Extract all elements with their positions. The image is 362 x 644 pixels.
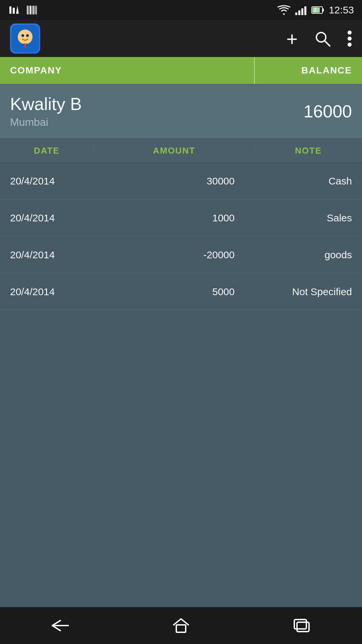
back-button[interactable] <box>44 615 77 636</box>
app-face-svg <box>11 25 39 52</box>
svg-rect-6 <box>33 6 34 14</box>
recents-button[interactable] <box>285 615 318 636</box>
table-row[interactable]: 20/4/2014 -20000 goods <box>0 236 362 273</box>
column-header: COMPANY BALANCE <box>0 57 362 84</box>
app-icon-face <box>11 25 39 52</box>
svg-rect-4 <box>30 6 31 14</box>
wifi-icon <box>277 5 291 15</box>
company-city: Mumbai <box>10 116 82 128</box>
company-info-section[interactable]: Kwality B Mumbai 16000 <box>0 84 362 139</box>
svg-rect-10 <box>298 10 300 15</box>
company-column-header: COMPANY <box>0 57 255 84</box>
barcode-icon <box>26 4 38 16</box>
svg-point-20 <box>26 34 29 37</box>
bottom-nav <box>0 607 362 644</box>
company-details: Kwality B Mumbai <box>10 94 82 128</box>
svg-rect-7 <box>35 6 36 14</box>
table-row[interactable]: 20/4/2014 1000 Sales <box>0 200 362 236</box>
status-time: 12:53 <box>329 4 354 16</box>
transaction-note: Sales <box>255 212 362 224</box>
svg-rect-12 <box>304 6 306 15</box>
svg-rect-1 <box>13 8 15 14</box>
svg-rect-15 <box>312 7 320 13</box>
table-row[interactable]: 20/4/2014 30000 Cash <box>0 163 362 200</box>
recents-icon <box>293 618 310 633</box>
svg-rect-0 <box>9 6 11 14</box>
svg-rect-3 <box>28 6 29 14</box>
overflow-menu-icon <box>347 30 352 47</box>
date-column-header: DATE <box>0 146 94 156</box>
notification-icon <box>8 4 19 16</box>
toolbar-actions: + <box>286 28 352 50</box>
status-bar: 12:53 <box>0 0 362 20</box>
table-row[interactable]: 20/4/2014 5000 Not Specified <box>0 273 362 310</box>
transaction-date: 20/4/2014 <box>0 175 94 187</box>
transaction-note: goods <box>255 249 362 261</box>
transaction-list: 20/4/2014 30000 Cash 20/4/2014 1000 Sale… <box>0 163 362 607</box>
svg-point-19 <box>21 34 24 37</box>
home-button[interactable] <box>164 615 198 636</box>
note-column-header: NOTE <box>255 146 362 156</box>
signal-icon <box>295 5 307 15</box>
svg-line-23 <box>324 41 330 46</box>
transaction-note: Not Specified <box>255 286 362 298</box>
transaction-amount: -20000 <box>94 249 255 261</box>
home-icon <box>172 618 190 634</box>
transaction-note: Cash <box>255 175 362 187</box>
status-bar-right-icons: 12:53 <box>277 4 354 16</box>
svg-rect-8 <box>36 6 37 14</box>
transaction-date: 20/4/2014 <box>0 212 94 224</box>
company-balance: 16000 <box>303 101 352 121</box>
svg-rect-5 <box>32 6 33 14</box>
svg-point-18 <box>18 30 33 44</box>
company-header-label: COMPANY <box>10 65 62 76</box>
svg-rect-2 <box>27 6 28 14</box>
add-button[interactable]: + <box>286 28 298 50</box>
svg-rect-29 <box>297 622 309 632</box>
balance-header-label: BALANCE <box>301 65 352 76</box>
svg-point-25 <box>348 37 352 41</box>
toolbar: + <box>0 20 362 57</box>
svg-rect-11 <box>301 8 303 15</box>
company-name: Kwality B <box>10 94 82 114</box>
svg-rect-28 <box>294 620 306 629</box>
transaction-date: 20/4/2014 <box>0 286 94 298</box>
svg-rect-14 <box>322 8 324 12</box>
svg-rect-27 <box>176 625 186 632</box>
table-header: DATE AMOUNT NOTE <box>0 139 362 163</box>
back-icon <box>50 619 70 633</box>
svg-rect-9 <box>295 12 297 15</box>
transaction-amount: 5000 <box>94 286 255 298</box>
battery-icon <box>311 5 324 15</box>
overflow-menu-button[interactable] <box>347 30 352 47</box>
transaction-amount: 30000 <box>94 175 255 187</box>
search-icon <box>314 30 331 47</box>
svg-point-24 <box>348 31 352 35</box>
transaction-amount: 1000 <box>94 212 255 224</box>
transaction-date: 20/4/2014 <box>0 249 94 261</box>
app-icon[interactable] <box>10 23 40 54</box>
amount-column-header: AMOUNT <box>94 146 255 156</box>
search-button[interactable] <box>314 30 331 47</box>
svg-point-26 <box>348 43 352 47</box>
status-bar-left-icons <box>8 4 38 16</box>
balance-column-header: BALANCE <box>255 57 362 84</box>
